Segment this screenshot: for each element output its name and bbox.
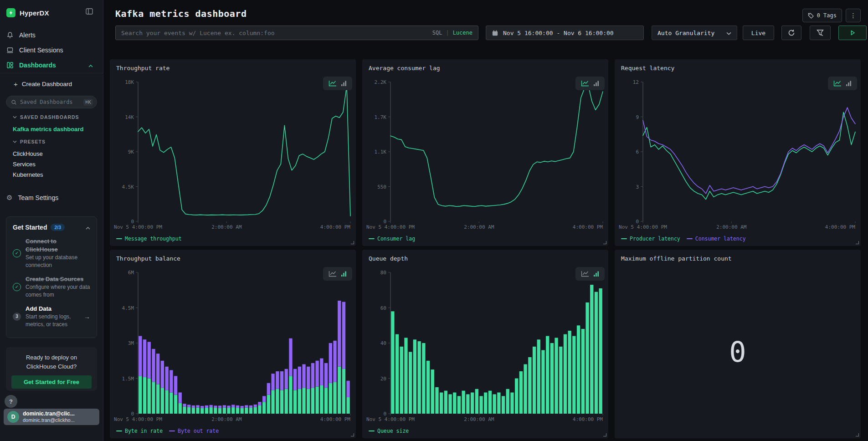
svg-text:550: 550 [377, 184, 386, 190]
line-chart-icon [329, 271, 337, 277]
event-search-bar[interactable]: SQL | Lucene [115, 26, 478, 40]
chart-view-toggle[interactable] [575, 77, 605, 90]
svg-text:6: 6 [636, 149, 639, 155]
chart-legend: Producer latencyConsumer latency [621, 236, 746, 242]
chart-view-toggle[interactable] [323, 267, 352, 281]
legend-label: Queue size [377, 428, 409, 434]
sidebar-item-alerts[interactable]: Alerts [0, 27, 103, 42]
metric-value: 0 [729, 335, 746, 368]
sidebar-item-client-sessions[interactable]: Client Sessions [0, 42, 103, 57]
chart-panel-average-consumer-lag: Average consumer lag 2.2K1.7K1.1K5500Nov… [362, 59, 608, 246]
chart-view-toggle[interactable] [323, 77, 352, 90]
arrow-right-icon: → [84, 313, 90, 320]
svg-text:Nov 5 4:00:00 PM: Nov 5 4:00:00 PM [619, 224, 667, 230]
more-options-button[interactable]: ⋮ [846, 9, 861, 22]
svg-text:2:00:00 AM: 2:00:00 AM [716, 224, 747, 230]
svg-text:2:00:00 AM: 2:00:00 AM [211, 416, 242, 422]
chart-canvas: 6M4.5M3M1.5M0Nov 5 4:00:00 PM2:00:00 AM4… [110, 250, 356, 438]
sidebar-item-dashboards[interactable]: Dashboards [0, 57, 103, 72]
sidebar-collapse-icon[interactable] [86, 8, 93, 16]
saved-dashboards-section-header[interactable]: SAVED DASHBOARDS [13, 114, 79, 120]
event-search-input[interactable] [121, 30, 428, 36]
granularity-select[interactable]: Auto Granularity [652, 26, 737, 40]
search-icon [11, 99, 17, 105]
legend-item[interactable]: Producer latency [621, 236, 680, 242]
refresh-button[interactable] [781, 26, 801, 40]
legend-swatch [687, 238, 693, 239]
sidebar-item-services[interactable]: Services [13, 161, 36, 168]
tag-icon [808, 13, 814, 19]
filter-button[interactable] [810, 26, 831, 40]
svg-text:2:00:00 AM: 2:00:00 AM [464, 224, 494, 230]
get-started-card: Get Started 2/3 ✓ Connect to ClickHouse … [6, 216, 97, 338]
create-dashboard-button[interactable]: + Create Dashboard [0, 77, 103, 90]
chart-panel-throughput-balance: Throughput balance 6M4.5M3M1.5M0Nov 5 4:… [110, 250, 356, 438]
svg-text:Nov 5 4:00:00 PM: Nov 5 4:00:00 PM [366, 416, 415, 422]
svg-text:Nov 5 4:00:00 PM: Nov 5 4:00:00 PM [114, 416, 162, 422]
chart-title: Request latency [621, 65, 674, 72]
date-range-picker[interactable]: Nov 5 16:00:00 - Nov 6 16:00:00 [486, 26, 644, 40]
legend-label: Producer latency [630, 236, 680, 242]
chart-panel-queue-depth: Queue depth 806040200Nov 5 4:00:00 PM2:0… [362, 250, 608, 438]
sidebar-item-kafka-metrics-dashboard[interactable]: Kafka metrics dashboard [13, 126, 83, 133]
date-range-value: Nov 5 16:00:00 - Nov 6 16:00:00 [503, 30, 614, 36]
chart-title: Maximum offline partition count [621, 255, 732, 262]
help-button[interactable]: ? [5, 395, 17, 408]
filter-icon [817, 29, 824, 36]
line-chart-icon [581, 80, 589, 87]
page-title: Kafka metrics dashboard [115, 8, 247, 19]
svg-text:40: 40 [380, 340, 386, 346]
get-started-title: Get Started [13, 224, 47, 231]
sql-toggle[interactable]: SQL [432, 30, 442, 36]
svg-text:4:00:00 PM: 4:00:00 PM [825, 224, 856, 230]
kebab-icon: ⋮ [850, 12, 857, 19]
presets-section-header[interactable]: PRESETS [13, 139, 46, 144]
resize-handle[interactable] [351, 433, 354, 436]
legend-item[interactable]: Message throughput [116, 236, 182, 242]
lucene-toggle[interactable]: Lucene [453, 30, 473, 36]
svg-text:1.1K: 1.1K [375, 149, 387, 155]
legend-swatch [116, 238, 122, 239]
chart-panel-throughput-rate: Throughput rate 18K14K9K4.5K0Nov 5 4:00:… [110, 59, 356, 246]
line-chart-icon [581, 271, 589, 277]
svg-text:2:00:00 AM: 2:00:00 AM [464, 416, 494, 422]
svg-text:14K: 14K [125, 114, 134, 120]
tags-button[interactable]: 0 Tags [802, 9, 842, 22]
get-started-free-button[interactable]: Get Started for Free [11, 375, 92, 389]
legend-label: Message throughput [125, 236, 182, 242]
live-button[interactable]: Live [743, 26, 774, 40]
line-chart-icon [833, 80, 842, 87]
chart-panel-max-offline-partition-count: Maximum offline partition count 0 [615, 250, 861, 438]
step-number-icon: 3 [13, 313, 21, 321]
legend-swatch [169, 431, 175, 431]
sidebar-item-clickhouse[interactable]: ClickHouse [13, 150, 43, 157]
legend-item[interactable]: Byte in rate [116, 428, 163, 434]
run-query-button[interactable] [838, 26, 867, 40]
progress-badge: 2/3 [51, 224, 65, 231]
chart-view-toggle[interactable] [575, 267, 605, 281]
chart-view-toggle[interactable] [828, 77, 857, 90]
step-create-data-sources[interactable]: ✓ Create Data Sources Configure where yo… [13, 275, 90, 299]
resize-handle[interactable] [856, 433, 859, 436]
legend-item[interactable]: Byte out rate [169, 428, 219, 434]
legend-item[interactable]: Consumer lag [369, 236, 415, 242]
legend-swatch [369, 238, 375, 239]
sidebar-item-kubernetes[interactable]: Kubernetes [13, 171, 43, 178]
resize-handle[interactable] [856, 241, 859, 244]
user-menu[interactable]: D dominic.tran@clic... dominic.tran@clic… [4, 409, 99, 425]
saved-dashboards-search[interactable]: ⌘K [6, 96, 97, 108]
plus-icon: + [14, 81, 18, 87]
svg-text:20: 20 [380, 376, 386, 382]
resize-handle[interactable] [603, 433, 606, 436]
legend-item[interactable]: Consumer latency [687, 236, 746, 242]
chevron-up-icon[interactable] [86, 223, 90, 231]
resize-handle[interactable] [603, 241, 606, 244]
step-add-data[interactable]: 3 Add Data Start sending logs, metrics, … [13, 305, 90, 328]
resize-handle[interactable] [351, 241, 354, 244]
saved-dashboards-search-input[interactable] [20, 99, 80, 105]
chevron-up-icon[interactable] [88, 62, 93, 69]
legend-label: Consumer latency [695, 236, 746, 242]
legend-item[interactable]: Queue size [369, 428, 409, 434]
step-connect-clickhouse[interactable]: ✓ Connect to ClickHouse Set up your data… [13, 237, 90, 269]
sidebar-item-team-settings[interactable]: ⚙ Team Settings [0, 191, 103, 204]
